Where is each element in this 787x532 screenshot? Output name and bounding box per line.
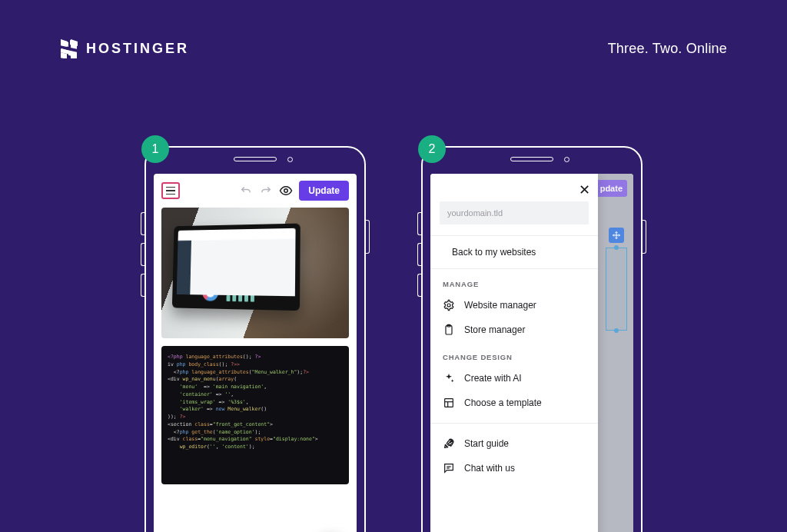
svg-point-9	[447, 304, 450, 307]
phone2-screen: pdate ⋮ ✕ yourdomain.tld Back to my webs…	[430, 174, 633, 532]
page-header: HOSTINGER Three. Two. Online	[60, 38, 727, 58]
editor-toolbar: Update	[154, 174, 357, 208]
brand-name: HOSTINGER	[86, 41, 189, 57]
menu-button[interactable]	[161, 182, 180, 199]
rocket-icon	[443, 437, 455, 450]
phone-side-buttons	[141, 212, 144, 297]
phone-mockup-2: 2 pdate ⋮ ✕ yourdomain.tld Back to my we…	[421, 146, 643, 532]
brand-logo-icon	[60, 38, 78, 58]
menu-store-manager[interactable]: Store manager	[430, 318, 598, 342]
menu-label: Choose a template	[464, 397, 542, 408]
svg-rect-12	[445, 399, 453, 407]
phone-speaker	[234, 157, 277, 161]
menu-choose-template[interactable]: Choose a template	[430, 391, 598, 415]
menu-start-guide[interactable]: Start guide	[430, 431, 598, 456]
back-label: Back to my websites	[452, 247, 536, 258]
step-badge-1: 1	[141, 135, 169, 163]
svg-point-5	[284, 189, 288, 193]
image-laptop-dashboard[interactable]	[161, 208, 349, 338]
phone-power-button	[643, 220, 646, 254]
menu-chat-with-us[interactable]: Chat with us	[430, 456, 598, 480]
selected-block-outline	[606, 248, 627, 331]
content-images: <?php language_attributes(); ?> iv php b…	[154, 208, 357, 484]
sparkle-icon	[443, 372, 455, 384]
phone-side-buttons	[417, 212, 421, 297]
domain-input[interactable]: yourdomain.tld	[440, 201, 589, 224]
move-handle-icon	[609, 228, 624, 243]
step-badge-2: 2	[418, 135, 446, 163]
phone-camera	[287, 157, 293, 162]
brand-logo: HOSTINGER	[60, 38, 189, 58]
undo-icon[interactable]	[239, 184, 253, 198]
menu-website-manager[interactable]: Website manager	[430, 293, 598, 318]
close-icon[interactable]: ✕	[579, 181, 590, 198]
phone-mockup-1: 1 Update	[144, 146, 366, 532]
preview-icon[interactable]	[279, 184, 293, 198]
phone1-screen: Update <?php language_attributes(); ?> i…	[154, 174, 357, 532]
update-button[interactable]: Update	[299, 181, 349, 201]
phone-camera	[564, 157, 569, 162]
phone-speaker	[510, 157, 553, 161]
back-to-websites[interactable]: Back to my websites	[430, 236, 598, 268]
chat-icon	[443, 462, 455, 474]
layout-icon	[443, 397, 455, 409]
menu-label: Website manager	[464, 300, 536, 311]
section-manage-label: MANAGE	[430, 269, 598, 293]
redo-icon[interactable]	[259, 184, 273, 198]
menu-label: Create with AI	[464, 373, 522, 384]
clipboard-icon	[443, 324, 455, 336]
gear-icon	[443, 299, 455, 311]
section-design-label: CHANGE DESIGN	[430, 342, 598, 366]
menu-label: Store manager	[464, 324, 525, 335]
phone-power-button	[366, 220, 370, 254]
menu-label: Chat with us	[464, 463, 515, 474]
menu-create-with-ai[interactable]: Create with AI	[430, 366, 598, 391]
brand-tagline: Three. Two. Online	[608, 41, 727, 57]
svg-point-15	[450, 441, 451, 443]
sidebar-drawer: ✕ yourdomain.tld Back to my websites MAN…	[430, 174, 598, 532]
menu-label: Start guide	[464, 438, 509, 449]
image-code-editor[interactable]: <?php language_attributes(); ?> iv php b…	[161, 346, 349, 484]
bg-update-button: pdate	[596, 180, 627, 197]
